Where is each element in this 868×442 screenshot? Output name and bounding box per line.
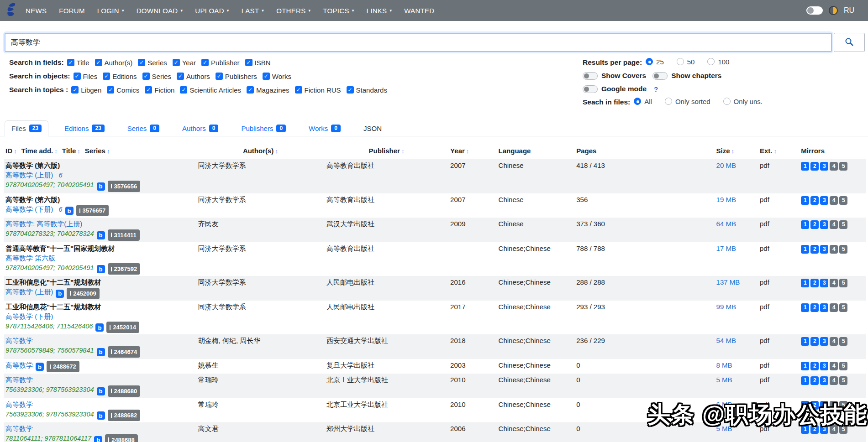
mirror-1-badge[interactable]: 1 [801, 362, 809, 370]
radio-25[interactable]: 25 [646, 58, 664, 66]
toggle-google-mode[interactable] [583, 85, 598, 93]
checkbox-files[interactable]: ✓Files [74, 73, 98, 80]
sort-icon[interactable]: ↕ [275, 148, 278, 155]
checkbox-isbn[interactable]: ✓ISBN [245, 59, 271, 67]
mirror-1-badge[interactable]: 1 [801, 196, 809, 205]
title-link[interactable]: 高等数学 第六版 [5, 254, 55, 262]
book-badge[interactable]: b [97, 411, 105, 420]
sort-icon[interactable]: ↕ [54, 148, 58, 155]
file-id-badge[interactable]: 3114411 [108, 229, 140, 241]
checkbox-publishers[interactable]: ✓Publishers [216, 73, 257, 80]
sort-icon[interactable]: ↕ [401, 148, 405, 155]
checkbox-editions[interactable]: ✓Editions [103, 73, 137, 80]
mirror-5-badge[interactable]: 5 [839, 362, 847, 370]
sort-icon[interactable]: ↕ [107, 148, 110, 155]
mirror-3-badge[interactable]: 3 [820, 279, 828, 287]
mirror-4-badge[interactable]: 4 [830, 376, 838, 385]
mirror-1-badge[interactable]: 1 [801, 279, 809, 287]
mirror-2-badge[interactable]: 2 [810, 303, 819, 312]
file-id-badge[interactable]: 2488688 [105, 434, 138, 442]
sort-icon[interactable]: ↕ [731, 148, 735, 155]
file-id-badge[interactable]: 2452014 [106, 322, 139, 333]
checkbox-works[interactable]: ✓Works [263, 73, 291, 80]
title-link[interactable]: 高等数学 (下册) [5, 205, 53, 213]
nav-item-last[interactable]: LAST▾ [242, 7, 264, 15]
mirror-5-badge[interactable]: 5 [839, 162, 847, 171]
mirror-2-badge[interactable]: 2 [810, 362, 819, 370]
nav-item-forum[interactable]: FORUM [59, 7, 85, 15]
checkbox-publisher[interactable]: ✓Publisher [201, 59, 240, 67]
mirror-4-badge[interactable]: 4 [830, 245, 838, 254]
language-selector[interactable]: RU [844, 6, 854, 15]
mirror-1-badge[interactable]: 1 [801, 303, 809, 312]
mirror-2-badge[interactable]: 2 [810, 196, 819, 205]
mirror-3-badge[interactable]: 3 [820, 196, 828, 205]
nav-item-download[interactable]: DOWNLOAD▾ [137, 7, 183, 15]
radio-100[interactable]: 100 [707, 58, 729, 66]
title-link[interactable]: 高等数学 [5, 376, 33, 384]
tab-publishers[interactable]: Publishers0 [234, 120, 293, 136]
nav-item-news[interactable]: NEWS [26, 7, 47, 15]
mirror-3-badge[interactable]: 3 [820, 303, 828, 312]
radio-only-uns[interactable]: Only uns. [723, 98, 763, 105]
file-id-badge[interactable]: 2488680 [108, 385, 141, 397]
sort-icon[interactable]: ↕ [773, 148, 777, 155]
book-badge[interactable]: b [94, 436, 102, 442]
checkbox-series[interactable]: ✓Series [138, 59, 167, 67]
file-id-badge[interactable]: 2367592 [108, 263, 141, 275]
help-icon[interactable]: ? [654, 85, 658, 93]
size-link[interactable]: 17 MB [716, 244, 736, 252]
nav-item-others[interactable]: OTHERS▾ [276, 7, 310, 15]
search-input[interactable] [5, 33, 832, 52]
title-link[interactable]: 高等数学 (上册) [5, 171, 53, 179]
mirror-2-badge[interactable]: 2 [810, 162, 819, 171]
mirror-5-badge[interactable]: 5 [839, 376, 847, 385]
mirror-2-badge[interactable]: 2 [810, 245, 819, 254]
nav-item-topics[interactable]: TOPICS▾ [323, 7, 354, 15]
mirror-5-badge[interactable]: 5 [839, 303, 847, 312]
libgen-logo-icon[interactable] [5, 2, 18, 19]
size-link[interactable]: 20 MB [716, 161, 736, 169]
title-link[interactable]: 高等数学 (下册) [5, 312, 53, 320]
night-mode-toggle[interactable] [806, 6, 823, 15]
file-id-badge[interactable]: 2488682 [108, 410, 141, 421]
sort-icon[interactable]: ↕ [14, 148, 17, 155]
file-id-badge[interactable]: 2488672 [47, 361, 79, 372]
mirror-3-badge[interactable]: 3 [820, 162, 828, 171]
radio-all[interactable]: All [634, 98, 652, 105]
nav-item-links[interactable]: LINKS▾ [367, 7, 392, 15]
mirror-4-badge[interactable]: 4 [830, 220, 838, 229]
checkbox-author-s[interactable]: ✓Author(s) [95, 59, 133, 67]
checkbox-fiction[interactable]: ✓Fiction [145, 86, 174, 94]
mirror-3-badge[interactable]: 3 [820, 362, 828, 370]
radio-only-sorted[interactable]: Only sorted [665, 98, 710, 105]
mirror-5-badge[interactable]: 5 [839, 196, 847, 205]
mirror-3-badge[interactable]: 3 [820, 220, 828, 229]
mirror-5-badge[interactable]: 5 [839, 245, 847, 254]
mirror-4-badge[interactable]: 4 [830, 303, 838, 312]
checkbox-comics[interactable]: ✓Comics [107, 86, 139, 94]
nav-item-wanted[interactable]: WANTED [404, 7, 434, 15]
mirror-2-badge[interactable]: 2 [810, 279, 819, 287]
size-link[interactable]: 64 MB [716, 220, 736, 228]
book-badge[interactable]: b [65, 207, 74, 215]
mirror-4-badge[interactable]: 4 [830, 279, 838, 287]
tab-authors[interactable]: Authors0 [175, 120, 225, 136]
checkbox-magazines[interactable]: ✓Magazines [247, 86, 289, 94]
checkbox-standards[interactable]: ✓Standards [347, 86, 387, 94]
book-badge[interactable]: b [36, 363, 44, 371]
mirror-3-badge[interactable]: 3 [820, 337, 828, 346]
book-badge[interactable]: b [97, 348, 105, 356]
size-link[interactable]: 8 MB [716, 361, 732, 369]
mirror-3-badge[interactable]: 3 [820, 245, 828, 254]
checkbox-series[interactable]: ✓Series [142, 73, 172, 80]
sort-icon[interactable]: ↕ [77, 148, 80, 155]
mirror-2-badge[interactable]: 2 [810, 220, 819, 229]
day-night-icon[interactable] [829, 6, 838, 15]
mirror-1-badge[interactable]: 1 [801, 245, 809, 254]
book-badge[interactable]: b [97, 387, 105, 395]
tab-json[interactable]: JSON [357, 120, 389, 136]
size-link[interactable]: 19 MB [716, 196, 736, 203]
nav-item-login[interactable]: LOGIN▾ [97, 7, 124, 15]
mirror-5-badge[interactable]: 5 [839, 279, 847, 287]
